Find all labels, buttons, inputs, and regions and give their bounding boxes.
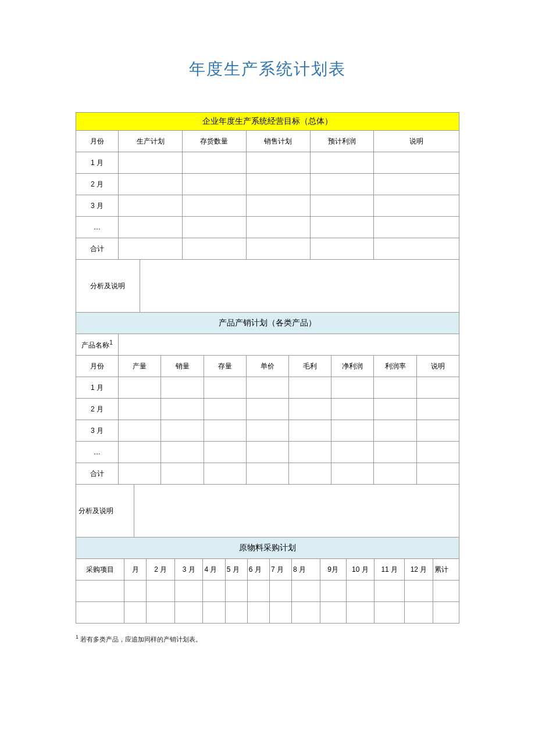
col-m3: 3 月: [174, 559, 203, 581]
cell: [374, 420, 416, 442]
cell: [292, 602, 320, 624]
cell: [331, 463, 374, 485]
cell: [161, 399, 204, 420]
cell: [204, 377, 246, 399]
section1-header-row: 企业年度生产系统经营目标（总体）: [76, 113, 459, 131]
cell: [416, 463, 459, 485]
cell: [161, 442, 204, 463]
cell: [119, 377, 161, 399]
cell: [183, 174, 247, 195]
cell: [433, 602, 459, 624]
table-material-plan: 原物料采购计划 采购项目 月 2 月 3 月 4 月 5 月 6 月 7 月 8…: [76, 537, 459, 624]
cell: [225, 581, 247, 602]
row-label: …: [76, 217, 119, 238]
col-month: 月份: [76, 356, 119, 377]
table-row: [76, 602, 459, 624]
col-price: 单价: [246, 356, 288, 377]
cell: [246, 463, 288, 485]
section1-analysis-row: 分析及说明: [76, 260, 459, 313]
table-row: 1 月: [76, 377, 459, 399]
cell: [289, 442, 331, 463]
row-label: 合计: [76, 238, 119, 260]
cell: [246, 442, 288, 463]
footnote: 1 若有多类产品，应追加同样的产销计划表。: [76, 634, 459, 644]
col-m9: 9月: [320, 559, 346, 581]
cell: [374, 463, 416, 485]
cell: [174, 602, 203, 624]
cell: [124, 581, 147, 602]
row-label: 2 月: [76, 399, 119, 420]
table-row: 3 月: [76, 195, 459, 217]
cell: [119, 420, 161, 442]
col-m11: 11 月: [374, 559, 405, 581]
cell: [246, 174, 310, 195]
cell: [416, 377, 459, 399]
cell: [374, 442, 416, 463]
document-page: 年度生产系统计划表 企业年度生产系统经营目标（总体） 月份 生产计划 存货数量 …: [0, 0, 535, 679]
table-row: 3 月: [76, 420, 459, 442]
section2-analysis-row: 分析及说明: [76, 485, 459, 538]
cell: [310, 174, 374, 195]
section3-header-row: 原物料采购计划: [76, 538, 459, 559]
cell: [331, 377, 374, 399]
col-note: 说明: [416, 356, 459, 377]
section3-header: 原物料采购计划: [76, 538, 459, 559]
cell: [374, 152, 459, 174]
cell: [119, 174, 183, 195]
col-profit: 预计利润: [310, 131, 374, 152]
table-row: …: [76, 217, 459, 238]
cell: [204, 463, 246, 485]
table-product-plan: 月份 产量 销量 存量 单价 毛利 净利润 利润率 说明 1 月 2 月 3 月…: [76, 355, 459, 538]
cell: [246, 399, 288, 420]
col-m5: 5 月: [225, 559, 247, 581]
cell: [183, 152, 247, 174]
cell: [289, 399, 331, 420]
cell: [374, 377, 416, 399]
col-sales-plan: 销售计划: [246, 131, 310, 152]
section1-col-row: 月份 生产计划 存货数量 销售计划 预计利润 说明: [76, 131, 459, 152]
col-month: 月份: [76, 131, 119, 152]
cell: [331, 399, 374, 420]
cell: [119, 195, 183, 217]
table-row: 2 月: [76, 174, 459, 195]
cell: [416, 442, 459, 463]
cell: [161, 463, 204, 485]
section3-col-row: 采购项目 月 2 月 3 月 4 月 5 月 6 月 7 月 8 月 9月 10…: [76, 559, 459, 581]
table-row: …: [76, 442, 459, 463]
table-row: 1 月: [76, 152, 459, 174]
row-label: 1 月: [76, 152, 119, 174]
section2-header-row: 产品产销计划（各类产品）: [76, 313, 459, 334]
cell: [289, 420, 331, 442]
cell: [246, 377, 288, 399]
cell: [247, 581, 269, 602]
col-net: 净利润: [331, 356, 374, 377]
table-annual-target: 企业年度生产系统经营目标（总体） 月份 生产计划 存货数量 销售计划 预计利润 …: [76, 112, 459, 356]
cell: [225, 602, 247, 624]
col-m6: 6 月: [247, 559, 269, 581]
col-output: 产量: [119, 356, 161, 377]
cell: [346, 581, 374, 602]
row-label: …: [76, 442, 119, 463]
cell: [119, 152, 183, 174]
cell: [76, 602, 124, 624]
cell: [183, 217, 247, 238]
cell: [346, 602, 374, 624]
cell: [119, 399, 161, 420]
table-row: 合计: [76, 463, 459, 485]
cell: [203, 602, 225, 624]
cell: [374, 581, 405, 602]
cell: [331, 420, 374, 442]
cell: [246, 217, 310, 238]
section2-product-row: 产品名称1: [76, 334, 459, 356]
analysis-cell: [140, 260, 459, 313]
cell: [246, 195, 310, 217]
row-label: 3 月: [76, 420, 119, 442]
col-m4: 4 月: [203, 559, 225, 581]
cell: [203, 581, 225, 602]
cell: [310, 195, 374, 217]
table-row: [76, 581, 459, 602]
col-item: 采购项目: [76, 559, 124, 581]
footnote-text: 若有多类产品，应追加同样的产销计划表。: [79, 636, 202, 643]
col-total: 累计: [433, 559, 459, 581]
product-label: 产品名称1: [76, 334, 119, 356]
